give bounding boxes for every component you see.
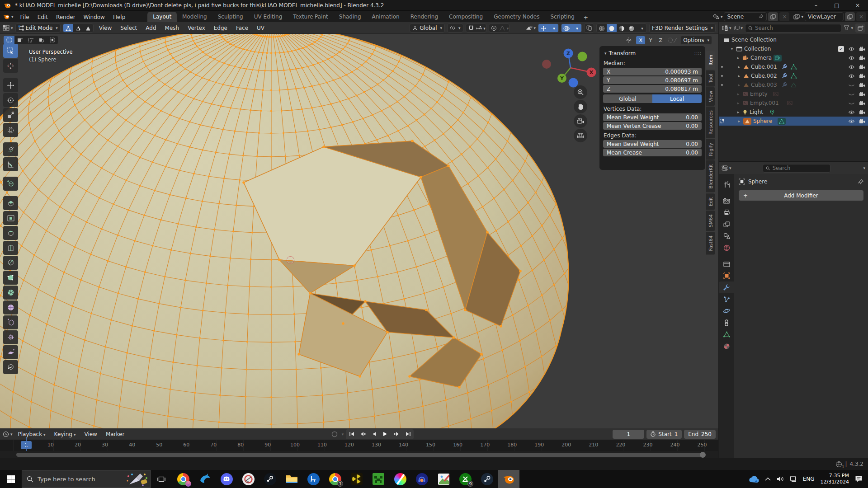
mesh-data-icon[interactable] xyxy=(791,64,797,70)
render-camera-icon[interactable] xyxy=(859,101,865,106)
taskbar-search[interactable] xyxy=(22,470,151,488)
snap-target-selector[interactable]: ▾ xyxy=(476,24,486,33)
playback-menu[interactable]: Playback▾ xyxy=(15,430,49,439)
tab-scene[interactable] xyxy=(719,230,734,242)
mesh-data-icon[interactable] xyxy=(791,82,797,88)
clock[interactable]: 7:35 PM 12/31/2024 xyxy=(821,473,849,485)
taskbar-app-music-app[interactable] xyxy=(411,470,433,488)
tool-scale[interactable] xyxy=(3,108,18,122)
tool-edge-slide[interactable] xyxy=(3,315,18,329)
global-space-button[interactable]: Global xyxy=(603,94,652,103)
tab-particles[interactable] xyxy=(719,293,734,305)
add-workspace-button[interactable]: + xyxy=(580,13,592,22)
workspace-tab-shading[interactable]: Shading xyxy=(334,12,367,22)
viewport-menu-mesh[interactable]: Mesh xyxy=(162,23,183,33)
workspace-tab-compositing[interactable]: Compositing xyxy=(443,12,488,22)
notification-center-icon[interactable] xyxy=(855,475,863,483)
menu-edit[interactable]: Edit xyxy=(33,12,52,22)
tool-cursor[interactable] xyxy=(3,59,18,73)
current-frame-field[interactable]: 1 xyxy=(613,430,644,439)
breadcrumb-object-name[interactable]: Sphere xyxy=(748,178,767,185)
sidebar-tab-rigify[interactable]: Rigify xyxy=(706,139,715,160)
tab-modifiers[interactable] xyxy=(719,282,734,293)
taskbar-app-radioactive-game[interactable] xyxy=(346,470,368,488)
render-camera-icon[interactable] xyxy=(859,119,865,124)
timeline-scrollbar[interactable] xyxy=(16,453,705,457)
wireframe-shading-button[interactable] xyxy=(597,24,607,33)
eye-icon[interactable] xyxy=(848,47,855,52)
sidebar-tab-view[interactable]: View xyxy=(706,87,715,106)
viewport-menu-vertex[interactable]: Vertex xyxy=(184,23,208,33)
tray-chevron-up-icon[interactable] xyxy=(765,477,771,481)
modifier-wrench-icon[interactable] xyxy=(782,82,787,88)
options-dropdown[interactable]: Options ▾ xyxy=(680,36,712,45)
render-camera-icon[interactable] xyxy=(859,83,865,88)
outliner-row-empty-001[interactable]: ▸ Empty.001 xyxy=(719,99,868,108)
taskbar-app-krita[interactable] xyxy=(389,470,411,488)
transform-orientation-selector[interactable]: Global ▾ xyxy=(410,23,445,33)
snap-magnet-icon[interactable] xyxy=(466,24,476,33)
tab-material[interactable] xyxy=(719,340,734,352)
overlays-dropdown[interactable]: ▾ xyxy=(571,24,581,33)
taskbar-app-chair-app[interactable] xyxy=(302,470,324,488)
collapse-panel-icon[interactable]: ▾ xyxy=(604,51,607,56)
outliner-filter-button[interactable]: ▾ xyxy=(844,25,853,31)
tab-object-data[interactable] xyxy=(719,328,734,340)
collection-checkbox[interactable]: ✓ xyxy=(838,46,844,52)
gizmos-toggle[interactable] xyxy=(538,24,548,33)
face-select-button[interactable] xyxy=(83,24,93,33)
pin-icon[interactable] xyxy=(759,14,764,19)
viewport-menu-select[interactable]: Select xyxy=(117,23,140,33)
tool-extrude-region[interactable] xyxy=(3,196,18,210)
minimize-button[interactable]: – xyxy=(806,0,826,11)
tool-move[interactable] xyxy=(3,78,18,92)
tab-constraints[interactable] xyxy=(719,317,734,328)
eye-closed-icon[interactable] xyxy=(848,92,855,97)
taskbar-app-chrome-downloads[interactable]: 1 xyxy=(324,470,346,488)
render-camera-icon[interactable] xyxy=(859,92,865,97)
prev-keyframe-button[interactable] xyxy=(357,429,368,439)
view-layer-icon[interactable]: ▾ xyxy=(793,14,803,19)
expand-icon[interactable]: ▸ xyxy=(737,74,741,78)
sidebar-tab-blenderkit[interactable]: BlenderKit xyxy=(706,160,715,192)
tool-loop-cut[interactable] xyxy=(3,241,18,255)
outliner-row-collection[interactable]: ▾ Collection ✓ xyxy=(719,44,868,53)
workspace-tab-animation[interactable]: Animation xyxy=(367,12,405,22)
eye-icon[interactable] xyxy=(848,65,855,70)
rendered-shading-button[interactable] xyxy=(627,24,637,33)
taskbar-app-photos[interactable] xyxy=(433,470,454,488)
tool-smooth[interactable] xyxy=(3,300,18,314)
network-icon[interactable] xyxy=(790,476,797,482)
select-new-button[interactable] xyxy=(4,36,14,44)
mirror-y-button[interactable]: Y xyxy=(646,36,655,44)
modifier-wrench-icon[interactable] xyxy=(782,64,787,70)
maximize-button[interactable]: □ xyxy=(826,0,847,11)
blender-menu-icon[interactable]: ▾ xyxy=(0,11,16,22)
auto-keying-toggle[interactable] xyxy=(331,431,338,438)
properties-options-dropdown[interactable]: ▾ xyxy=(863,166,865,170)
tab-tool[interactable] xyxy=(719,178,734,190)
expand-icon[interactable]: ▸ xyxy=(736,101,741,105)
properties-search-input[interactable] xyxy=(773,165,827,171)
mirror-icon[interactable] xyxy=(625,37,633,43)
eye-closed-icon[interactable] xyxy=(848,83,855,88)
viewport-menu-view[interactable]: View xyxy=(96,23,115,33)
render-camera-icon[interactable] xyxy=(859,56,865,61)
mean-crease-field[interactable]: Mean Crease 0.00 xyxy=(603,149,702,156)
material-preview-button[interactable] xyxy=(617,24,627,33)
timeline-marker-menu[interactable]: Marker xyxy=(103,430,127,439)
view-layer-selector[interactable]: ViewLayer xyxy=(805,12,844,21)
tab-physics[interactable] xyxy=(719,305,734,317)
taskbar-app-xbox[interactable]: 9 xyxy=(454,470,476,488)
tab-world[interactable] xyxy=(719,242,734,253)
new-collection-button[interactable] xyxy=(855,23,865,33)
add-modifier-button[interactable]: + Add Modifier xyxy=(739,190,863,201)
select-subtract-button[interactable] xyxy=(25,36,36,44)
task-view-button[interactable] xyxy=(151,470,172,488)
render-settings-dropdown[interactable]: F3D Render Settings ▾ xyxy=(649,23,716,33)
overlays-toggle[interactable] xyxy=(561,24,571,33)
gizmo-pos-y-ball[interactable] xyxy=(578,52,587,61)
play-reverse-button[interactable] xyxy=(368,429,380,439)
tab-view-layer[interactable] xyxy=(719,218,734,230)
render-camera-icon[interactable] xyxy=(859,110,865,115)
